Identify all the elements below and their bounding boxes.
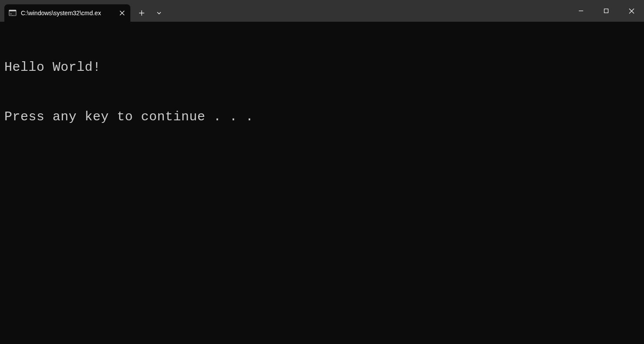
window-close-button[interactable] [619, 0, 644, 22]
window-controls [568, 0, 644, 22]
output-line: Hello World! [4, 59, 640, 76]
cmd-icon: >_ [9, 9, 17, 17]
tab-cmd[interactable]: >_ C:\windows\system32\cmd.ex [4, 4, 130, 22]
tab-dropdown-button[interactable] [150, 4, 168, 22]
chevron-down-icon [156, 10, 162, 16]
tab-actions [133, 4, 168, 22]
svg-rect-8 [604, 9, 608, 13]
svg-text:>_: >_ [10, 12, 13, 16]
maximize-button[interactable] [594, 0, 619, 22]
titlebar: >_ C:\windows\system32\cmd.ex [0, 0, 644, 22]
output-line: Press any key to continue . . . [4, 109, 640, 125]
minimize-icon [578, 8, 584, 13]
terminal-output[interactable]: Hello World! Press any key to continue .… [0, 22, 644, 344]
tab-strip: >_ C:\windows\system32\cmd.ex [0, 0, 168, 22]
new-tab-button[interactable] [133, 4, 150, 22]
plus-icon [139, 10, 145, 16]
minimize-button[interactable] [568, 0, 594, 22]
close-icon [629, 8, 634, 14]
maximize-icon [604, 8, 609, 13]
close-icon [120, 10, 125, 16]
tab-title: C:\windows\system32\cmd.ex [21, 10, 113, 17]
svg-rect-1 [9, 10, 16, 11]
tab-close-button[interactable] [117, 8, 127, 18]
